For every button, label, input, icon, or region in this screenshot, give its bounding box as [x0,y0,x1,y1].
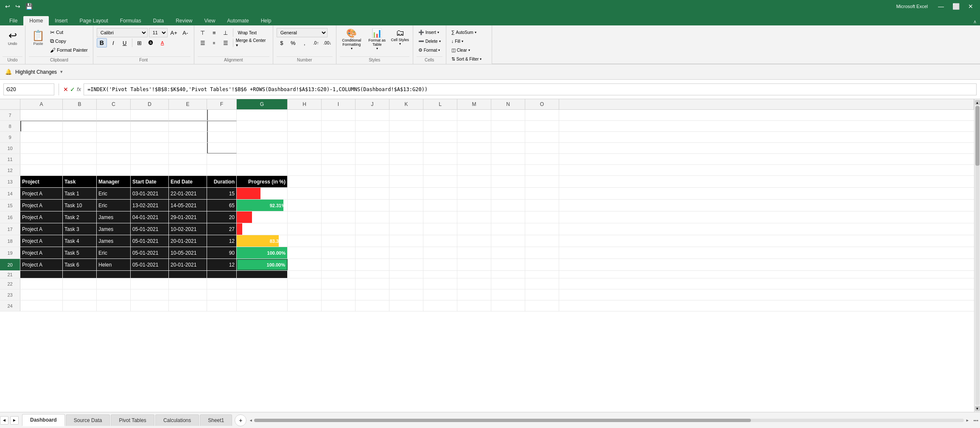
cell-G12[interactable] [237,165,288,175]
cell-C19[interactable]: Eric [97,247,131,258]
cell-L19[interactable] [423,247,457,258]
cell-A17[interactable]: Project A [20,223,63,235]
cell-C10[interactable] [97,143,131,153]
cell-D15[interactable]: 13-02-2021 [131,200,169,211]
cell-N8[interactable] [491,121,525,131]
cell-N13[interactable] [491,176,525,187]
highlight-changes-dropdown[interactable]: ▾ [60,69,63,75]
wrap-text-btn[interactable]: Wrap Text [235,28,259,37]
row-num-24[interactable]: 24 [0,300,20,311]
cell-I11[interactable] [322,154,356,164]
cell-M20[interactable] [457,259,491,270]
cell-E16[interactable]: 29-01-2021 [169,211,207,223]
cell-J14[interactable] [356,188,389,199]
cell-A20[interactable]: Project A [20,259,63,270]
cell-M21[interactable] [457,271,491,278]
cell-J13[interactable] [356,176,389,187]
cell-H7[interactable] [288,110,322,120]
cell-M24[interactable] [457,300,491,311]
cell-J23[interactable] [356,289,389,300]
cell-B19[interactable]: Task 5 [63,247,97,258]
cell-N21[interactable] [491,271,525,278]
cell-B17[interactable]: Task 3 [63,223,97,235]
cell-C24[interactable] [97,300,131,311]
insert-cells-btn[interactable]: ➕ Insert ▾ [417,28,441,36]
cell-A14[interactable]: Project A [20,188,63,199]
cell-K9[interactable] [389,132,423,142]
cell-A7[interactable] [20,110,63,120]
cell-N17[interactable] [491,223,525,235]
cell-F18[interactable]: 12 [207,235,237,247]
cell-H12[interactable] [288,165,322,175]
cell-F17[interactable]: 27 [207,223,237,235]
cut-btn[interactable]: ✂ Cut [48,28,90,36]
cell-E22[interactable] [169,278,207,289]
tab-review[interactable]: Review [170,16,198,25]
insert-function-btn[interactable]: fx [77,86,81,92]
cell-J16[interactable] [356,211,389,223]
cell-E9[interactable] [169,132,207,142]
align-center-btn[interactable]: ≡ [209,38,219,47]
cell-G7[interactable] [237,110,288,120]
cell-E19[interactable]: 10-05-2021 [169,247,207,258]
cell-A13-header[interactable]: Project [20,176,63,187]
cell-E17[interactable]: 10-02-2021 [169,223,207,235]
cell-D16[interactable]: 04-01-2021 [131,211,169,223]
cell-K21[interactable] [389,271,423,278]
currency-btn[interactable]: $ [277,38,287,47]
cell-H14[interactable] [288,188,322,199]
cell-F12[interactable] [207,165,237,175]
cell-N18[interactable] [491,235,525,247]
col-header-C[interactable]: C [97,99,131,109]
cancel-formula-btn[interactable]: ✕ [63,86,68,93]
cell-K8[interactable] [389,121,423,131]
cell-F19[interactable]: 90 [207,247,237,258]
cell-L8[interactable] [423,121,457,131]
format-as-table-btn[interactable]: 📊 Format as Table ▾ [365,28,389,50]
cell-K18[interactable] [389,235,423,247]
cell-O17[interactable] [525,223,559,235]
cell-H10[interactable] [288,143,322,153]
cell-L12[interactable] [423,165,457,175]
col-header-D[interactable]: D [131,99,169,109]
cell-G24[interactable] [237,300,288,311]
cell-N14[interactable] [491,188,525,199]
col-header-F[interactable]: F [207,99,237,109]
row-num-15[interactable]: 15 [0,200,20,211]
cell-D11[interactable] [131,154,169,164]
row-num-20[interactable]: 20 [0,259,20,270]
font-color-btn[interactable]: A [157,38,168,47]
cell-M12[interactable] [457,165,491,175]
fill-btn[interactable]: ↓ Fill ▾ [450,37,465,45]
delete-cells-btn[interactable]: ➖ Delete ▾ [417,37,442,45]
cell-C17[interactable]: James [97,223,131,235]
cell-D12[interactable] [131,165,169,175]
cell-J18[interactable] [356,235,389,247]
cell-N10[interactable] [491,143,525,153]
cell-A11[interactable] [20,154,63,164]
format-cells-btn[interactable]: ⚙ Format ▾ [417,46,442,54]
cell-B18[interactable]: Task 4 [63,235,97,247]
cell-H23[interactable] [288,289,322,300]
cell-E15[interactable]: 14-05-2021 [169,200,207,211]
cell-E20[interactable]: 20-01-2021 [169,259,207,270]
formula-input[interactable] [84,83,977,95]
cell-G13-header[interactable]: Progress (in %) [237,176,288,187]
cell-G17[interactable]: 11.11% [237,223,288,235]
ribbon-collapse-btn[interactable]: ∧ [970,19,980,25]
cell-O8[interactable] [525,121,559,131]
cell-M8[interactable] [457,121,491,131]
conditional-formatting-btn[interactable]: 🎨 Conditional Formatting ▾ [340,28,364,50]
cell-G16[interactable]: 30.00% [237,211,288,223]
cell-D24[interactable] [131,300,169,311]
tab-insert[interactable]: Insert [49,16,73,25]
scroll-h-left-btn[interactable]: ◄ [248,417,253,423]
cell-H11[interactable] [288,154,322,164]
cell-C7[interactable] [97,110,131,120]
cell-C8[interactable] [97,121,131,131]
cell-A8[interactable] [20,121,63,131]
cell-I7[interactable] [322,110,356,120]
cell-H8[interactable] [288,121,322,131]
cell-E24[interactable] [169,300,207,311]
cell-E18[interactable]: 20-01-2021 [169,235,207,247]
